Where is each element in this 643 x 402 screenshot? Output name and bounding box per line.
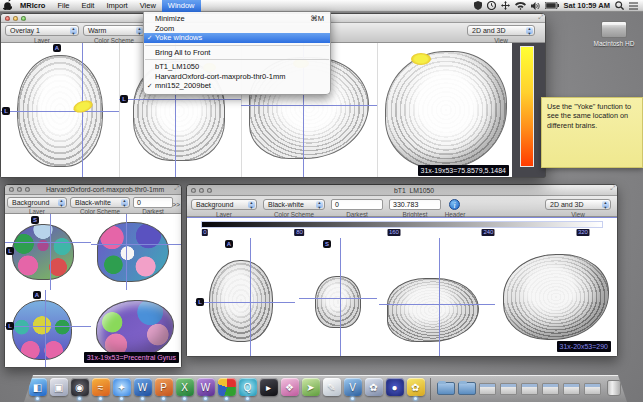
dock-item-maps[interactable]: ➤: [301, 378, 320, 396]
dock-item-safari[interactable]: ✦: [112, 378, 131, 400]
intensity-ruler[interactable]: [201, 221, 603, 228]
crosshair-vertical[interactable]: [250, 238, 251, 356]
dock-item-folder-1[interactable]: [436, 378, 455, 395]
dock-item-minimized-window-5[interactable]: [562, 378, 581, 395]
window-menu-item-mni152-2009bet[interactable]: ✓mni152_2009bet: [144, 81, 330, 91]
sagittal-view[interactable]: [379, 238, 495, 356]
darkest-input[interactable]: 0: [331, 199, 383, 210]
dock-item-writer[interactable]: W: [196, 378, 215, 400]
zoom-button[interactable]: [21, 16, 26, 21]
harvard-titlebar[interactable]: HarvardOxford-cort-maxprob-thr0-1mm ⤢: [5, 185, 181, 195]
crosshair-vertical[interactable]: [50, 214, 51, 290]
axial-view[interactable]: A L: [195, 238, 295, 356]
layer-popup[interactable]: Background: [7, 197, 67, 208]
menu-list-icon[interactable]: [629, 2, 638, 10]
window-menu-item-zoom[interactable]: Zoom: [144, 24, 330, 34]
zoom-button[interactable]: [207, 188, 212, 193]
crosshair-horizontal[interactable]: [5, 242, 91, 243]
dock-item-color-app[interactable]: ❖: [280, 378, 299, 396]
dock-item-matlab[interactable]: ≈: [91, 378, 110, 400]
apple-menu-icon[interactable]: [0, 0, 14, 12]
battery-icon[interactable]: [545, 2, 559, 9]
dock-item-photo-booth[interactable]: ◉: [70, 378, 89, 400]
dock-item-minimized-window-1[interactable]: [478, 378, 497, 395]
darkest-input[interactable]: 0: [133, 197, 173, 208]
layer-popup[interactable]: Overlay 1: [5, 25, 79, 36]
window-menu-item-harvardoxford-cort-maxprob-thr0-1mm[interactable]: HarvardOxford-cort-maxprob-thr0-1mm: [144, 72, 330, 82]
menubar-item-view[interactable]: View: [134, 0, 162, 12]
close-button[interactable]: [5, 16, 10, 21]
layer-popup[interactable]: Background: [191, 199, 257, 210]
window-menu-item-bt1-lm1050[interactable]: bT1_LM1050: [144, 62, 330, 72]
crosshair-vertical[interactable]: [45, 290, 46, 367]
toolbar-overflow-chevron[interactable]: >>: [172, 201, 180, 208]
resize-icon[interactable]: ⤢: [174, 185, 179, 192]
crosshair-horizontal[interactable]: [91, 244, 181, 245]
resize-icon[interactable]: ⤢: [538, 14, 543, 21]
crosshair-horizontal[interactable]: [119, 99, 241, 100]
dock-item-yellow-app[interactable]: ✿: [406, 378, 425, 400]
zoom-button[interactable]: [25, 187, 30, 192]
crosshair-horizontal[interactable]: [195, 302, 295, 303]
dock-item-finder[interactable]: ◧: [28, 378, 47, 400]
move-icon[interactable]: [501, 1, 510, 10]
window-harvardoxford[interactable]: HarvardOxford-cort-maxprob-thr0-1mm ⤢ Ba…: [4, 184, 182, 368]
crosshair-horizontal[interactable]: [241, 105, 377, 106]
dock-item-trash[interactable]: [604, 378, 623, 396]
dock-item-minimized-window-6[interactable]: [583, 378, 602, 395]
menubar-item-import[interactable]: Import: [100, 0, 133, 12]
dock-item-excel[interactable]: X: [175, 378, 194, 400]
axial-view[interactable]: A L: [5, 290, 91, 367]
dock-item-minimized-window-2[interactable]: [499, 378, 518, 395]
volume-icon[interactable]: [531, 2, 540, 10]
menubar-clock[interactable]: Sat 10:59 AM: [564, 1, 610, 10]
wifi-icon[interactable]: [515, 2, 526, 10]
desktop-icon-macintosh-hd[interactable]: Macintosh HD: [592, 21, 636, 47]
close-button[interactable]: [191, 188, 196, 193]
minimize-button[interactable]: [199, 188, 204, 193]
shield-icon[interactable]: [474, 1, 482, 10]
menubar-item-window[interactable]: Window: [162, 0, 201, 12]
sticky-note[interactable]: Use the "Yoke" function to see the same …: [541, 97, 643, 168]
spotlight-icon[interactable]: [615, 1, 624, 10]
dock-item-navy-app[interactable]: ●: [385, 378, 404, 396]
bt1-image-area[interactable]: 080160240320 A L S: [187, 217, 617, 356]
view-popup[interactable]: 2D and 3D: [467, 25, 535, 36]
close-button[interactable]: [9, 187, 14, 192]
menubar-item-file[interactable]: File: [51, 0, 75, 12]
dock-item-word[interactable]: W: [133, 378, 152, 400]
render-view[interactable]: [377, 43, 512, 177]
crosshair-horizontal[interactable]: [299, 298, 377, 299]
sagittal-view[interactable]: [91, 214, 181, 290]
dock-item-quicktime[interactable]: Q: [238, 378, 257, 400]
dock-item-minimized-window-3[interactable]: [520, 378, 539, 395]
dock-item-minimized-window-4[interactable]: [541, 378, 560, 395]
header-info-button[interactable]: i: [449, 199, 460, 210]
dock-item-preview[interactable]: ▣: [49, 378, 68, 396]
window-menu-item-minimize[interactable]: Minimize⌘M: [144, 14, 330, 24]
menubar-item-mricro[interactable]: MRIcro: [14, 0, 51, 12]
window-bt1[interactable]: bT1_LM1050 ⤢ Background Layer Black-whit…: [186, 184, 618, 357]
render-view[interactable]: [499, 238, 615, 356]
brightest-input[interactable]: 330.783: [389, 199, 441, 210]
dock-item-chart-app[interactable]: [217, 378, 236, 400]
dock-item-gear-app[interactable]: ✿: [364, 378, 383, 396]
coronal-view[interactable]: S: [299, 238, 377, 356]
minimize-button[interactable]: [17, 187, 22, 192]
resize-icon[interactable]: ⤢: [610, 185, 615, 192]
window-menu-item-bring-all-to-front[interactable]: Bring All to Front: [144, 48, 330, 58]
crosshair-horizontal[interactable]: [1, 111, 119, 112]
crosshair-vertical[interactable]: [340, 238, 341, 356]
dock-item-terminal[interactable]: ▸: [259, 378, 278, 396]
menubar-item-edit[interactable]: Edit: [76, 0, 101, 12]
clock-icon[interactable]: [487, 1, 496, 10]
dock-item-textedit[interactable]: ✎: [322, 378, 341, 396]
crosshair-vertical[interactable]: [439, 238, 440, 356]
window-menu-item-yoke-windows[interactable]: ✓Yoke windows: [144, 33, 330, 43]
coronal-view[interactable]: S L: [5, 214, 91, 290]
minimize-button[interactable]: [13, 16, 18, 21]
dock-item-folder-2[interactable]: [457, 378, 476, 395]
crosshair-horizontal[interactable]: [379, 304, 495, 305]
crosshair-vertical[interactable]: [126, 214, 127, 290]
crosshair-horizontal[interactable]: [5, 326, 91, 327]
